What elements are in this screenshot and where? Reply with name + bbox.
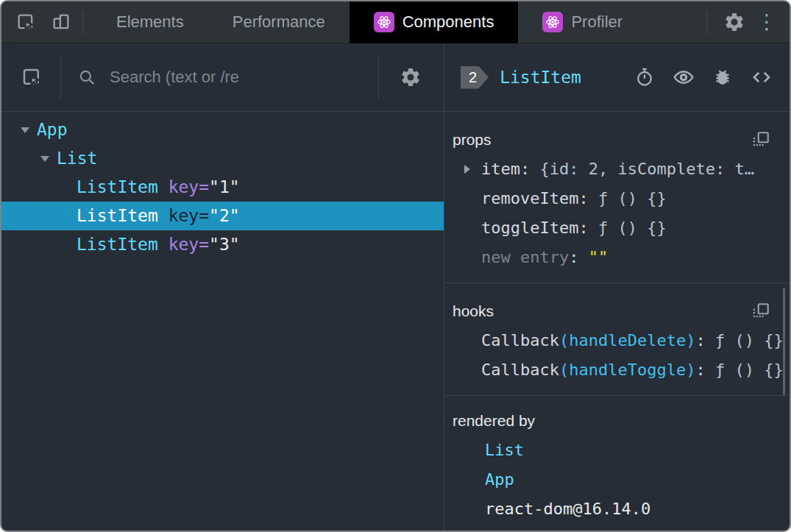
settings-gear-icon[interactable] — [400, 66, 422, 88]
react-logo-icon — [374, 12, 394, 32]
prop-row-new-entry[interactable]: new entry: "" — [444, 243, 790, 272]
key-attribute: key= — [158, 173, 209, 202]
hooks-section: hooks Callback(handleDelete): ƒ () {}Ca — [444, 283, 790, 396]
prop-value: "" — [589, 248, 609, 266]
hooks-section-title: hooks — [453, 302, 751, 320]
prop-row-item[interactable]: item: {id: 2, isComplete: t… — [444, 155, 790, 184]
inspector-header: 2 ListItem — [444, 43, 790, 112]
component-name: ListItem — [77, 173, 158, 202]
hook-callback-name: (handleDelete) — [559, 331, 695, 350]
bug-icon[interactable] — [711, 65, 734, 89]
hook-value: ƒ () {} — [715, 361, 784, 379]
toolbar-divider — [378, 56, 379, 99]
component-inspector-panel: 2 ListItem — [444, 43, 790, 532]
component-name: ListItem — [77, 230, 158, 259]
toolbar-divider — [82, 10, 83, 34]
tree-toolbar — [1, 43, 444, 112]
tab-elements[interactable]: Elements — [92, 1, 208, 43]
hook-callback-name: (handleToggle) — [559, 361, 695, 379]
key-value: "2" — [209, 202, 240, 230]
view-source-code-icon[interactable] — [750, 65, 773, 89]
prop-value: ƒ () {} — [598, 189, 667, 208]
rendered-by-section: rendered by ListAppreact-dom@16.14.0 — [444, 396, 790, 532]
tree-row-ListItem-key-1[interactable]: ListItem key="1" — [1, 173, 444, 202]
component-name: ListItem — [77, 202, 158, 230]
react-logo-icon — [542, 12, 563, 32]
devtools-main: AppListListItem key="1"ListItem key="2"L… — [1, 43, 790, 532]
rendered-by-List[interactable]: List — [444, 436, 790, 465]
inspect-element-icon[interactable] — [15, 11, 37, 33]
copy-hooks-button[interactable] — [751, 302, 770, 321]
hook-row-handleDelete[interactable]: Callback(handleDelete): ƒ () {} — [444, 326, 790, 355]
tab-profiler[interactable]: Profiler — [518, 1, 647, 43]
prop-name: toggleItem — [481, 219, 578, 237]
key-attribute: key= — [158, 230, 209, 259]
hook-name: Callback — [481, 361, 559, 379]
element-index-badge: 2 — [461, 66, 489, 89]
collapse-caret-icon[interactable] — [36, 156, 57, 162]
tab-label: Components — [402, 13, 494, 32]
component-tree: AppListListItem key="1"ListItem key="2"L… — [1, 112, 444, 532]
device-toolbar-icon[interactable] — [50, 11, 72, 33]
hook-row-handleToggle[interactable]: Callback(handleToggle): ƒ () {} — [444, 355, 790, 385]
tab-label: Elements — [116, 13, 184, 32]
props-section: props item: {id: 2, isComplete: t…remov — [444, 112, 790, 283]
hook-value: ƒ () {} — [715, 331, 784, 350]
hook-name: Callback — [481, 331, 559, 350]
rendered-by-title: rendered by — [453, 412, 770, 430]
prop-name: item — [481, 160, 520, 178]
prop-row-toggleItem[interactable]: toggleItem: ƒ () {} — [444, 213, 790, 243]
toolbar-divider — [60, 56, 61, 99]
tab-components[interactable]: Components — [350, 1, 519, 43]
tab-performance[interactable]: Performance — [208, 1, 350, 43]
more-options-icon[interactable]: ⋮ — [756, 12, 778, 32]
toolbar-divider — [706, 10, 707, 34]
tab-label: Performance — [233, 13, 325, 32]
tab-label: Profiler — [571, 13, 622, 32]
tree-row-App[interactable]: App — [1, 116, 444, 144]
tree-row-List[interactable]: List — [1, 144, 444, 173]
components-tree-panel: AppListListItem key="1"ListItem key="2"L… — [1, 43, 444, 532]
tree-row-ListItem-key-3[interactable]: ListItem key="3" — [1, 230, 444, 259]
prop-name: removeItem — [481, 189, 578, 208]
inspect-element-icon[interactable] — [21, 66, 43, 88]
props-section-title: props — [453, 131, 751, 149]
tree-row-ListItem-key-2[interactable]: ListItem key="2" — [1, 202, 444, 230]
copy-props-button[interactable] — [751, 130, 770, 149]
timer-icon[interactable] — [633, 65, 656, 89]
scrollbar-thumb[interactable] — [783, 288, 785, 395]
key-attribute: key= — [158, 202, 209, 230]
key-value: "1" — [209, 173, 240, 202]
component-name: List — [57, 144, 97, 173]
search-input[interactable] — [108, 67, 378, 88]
collapse-caret-icon[interactable] — [16, 127, 37, 133]
rendered-by-react-dom-16.14.0: react-dom@16.14.0 — [444, 494, 790, 524]
prop-value: ƒ () {} — [598, 219, 667, 237]
prop-row-removeItem[interactable]: removeItem: ƒ () {} — [444, 184, 790, 213]
rendered-by-App[interactable]: App — [444, 465, 790, 494]
settings-gear-icon[interactable] — [723, 11, 745, 33]
key-value: "3" — [209, 230, 240, 259]
prop-value: {id: 2, isComplete: t… — [539, 160, 753, 178]
expand-arrow-icon[interactable] — [464, 165, 470, 174]
component-name: App — [37, 116, 68, 144]
prop-name: new entry — [481, 248, 569, 266]
devtools-tabbar: Elements Performance Components — [1, 1, 790, 43]
devtools-window: Elements Performance Components — [0, 0, 791, 532]
search-icon — [77, 68, 96, 87]
selected-component-name: ListItem — [500, 68, 581, 87]
eye-icon[interactable] — [672, 65, 695, 89]
